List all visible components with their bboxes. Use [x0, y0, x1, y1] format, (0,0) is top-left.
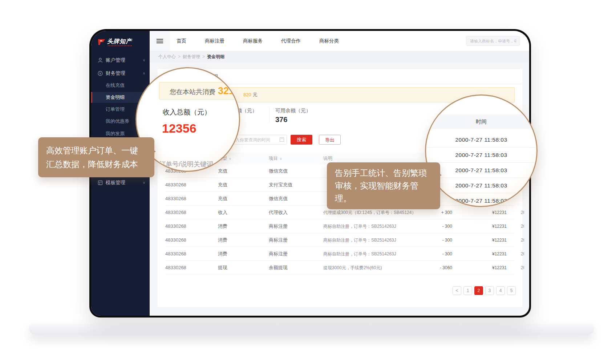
cell-order: 48330268	[165, 192, 186, 206]
nav-item-home[interactable]: 首页	[171, 38, 191, 44]
cell-desc: 提现3000元，手续费2%(60元)	[323, 261, 382, 275]
table-row[interactable]: 48330268 消费 商标注册 商标自助注册，订单号：SB2514263J -…	[165, 233, 515, 247]
breadcrumb-separator: >	[202, 54, 205, 59]
cell-amount: - 300	[420, 233, 452, 247]
cell-type: 充值	[218, 192, 227, 206]
page-button-2-active[interactable]: 2	[474, 286, 483, 295]
chevron-down-icon: ∨	[143, 55, 145, 65]
page-button-4[interactable]: 4	[496, 286, 505, 295]
cell-project: 商标注册	[269, 233, 288, 247]
cell-project: 代理收入	[269, 206, 288, 219]
magnified-time-row: 2000-7-27 11:58:03	[426, 132, 536, 147]
col-header-project[interactable]: 项目	[269, 153, 282, 165]
person-icon	[97, 57, 103, 63]
table-row[interactable]: 48330268 提现 余额提现 提现3000元，手续费2%(60元) - 30…	[165, 261, 515, 275]
table-row[interactable]: 48330268 消费 商标注册 商标自助注册，订单号：SB2514263J -…	[165, 247, 515, 261]
stat-divider	[269, 107, 270, 123]
cell-type: 消费	[218, 233, 227, 247]
cell-balance: ¥12231	[474, 247, 507, 261]
cell-amount: - 300	[420, 219, 452, 233]
hamburger-menu-icon[interactable]	[150, 31, 170, 51]
cell-project: 支付宝充值	[269, 178, 292, 192]
magnifier-time: 时间 2000-7-27 11:58:03 2000-7-27 11:58:03…	[425, 94, 538, 207]
sidebar-subitem-label: 在线充值	[106, 80, 125, 90]
page-button-3[interactable]: 3	[485, 286, 494, 295]
cell-type: 充值	[218, 164, 227, 178]
cell-order: 48330268	[165, 261, 186, 275]
main-nav: 首页 商标注册 商标服务 代理合作 商标分类	[171, 31, 344, 51]
finance-icon	[97, 70, 103, 76]
sidebar-item-online-recharge[interactable]: 在线充值	[91, 80, 150, 90]
template-icon	[97, 180, 103, 186]
page-button-1[interactable]: 1	[463, 286, 472, 295]
cell-project: 余额提现	[269, 261, 288, 275]
cell-desc: 商标自助注册，订单号：SB2514263J	[323, 219, 396, 233]
cell-project: 商标注册	[269, 219, 288, 233]
consumption-amount: 820	[243, 92, 251, 97]
sidebar-item-label: 模板管理	[106, 178, 125, 188]
callout-right-line3: 理。	[335, 192, 432, 205]
nav-item-trademark-register[interactable]: 商标注册	[200, 38, 230, 44]
breadcrumb-finance[interactable]: 财务管理	[183, 54, 200, 59]
cell-order: 48330268	[165, 206, 186, 219]
nav-item-trademark-category[interactable]: 商标分类	[314, 38, 344, 44]
callout-right-line2: 审核，实现智能财务管	[335, 179, 432, 192]
calendar-icon[interactable]	[280, 137, 284, 142]
cell-type: 消费	[218, 247, 227, 261]
consumption-banner-text: 820元	[243, 88, 258, 102]
cell-time: 2000-7-27 11:58:03	[521, 206, 524, 219]
sidebar-subitem-label: 我的优惠券	[106, 116, 129, 126]
callout-right-line1: 告别手工统计、告别繁琐	[335, 167, 432, 179]
magnified-time-row: 2000-7-27 11:58:03	[426, 147, 536, 163]
callout-left: 高效管理账户订单、一键 汇总数据，降低财务成本	[38, 137, 154, 177]
sidebar-subitem-label: 订单管理	[106, 104, 125, 114]
sidebar-item-account[interactable]: 账户管理 ∨	[91, 55, 150, 65]
consumption-unit: 元	[253, 92, 258, 97]
brand-tagline-dots	[108, 45, 132, 46]
sidebar-item-finance[interactable]: 财务管理 ∧	[91, 68, 150, 78]
cell-order: 48330268	[165, 178, 186, 192]
cell-order: 48330268	[165, 247, 186, 261]
global-search-input[interactable]	[466, 36, 520, 46]
table-row[interactable]: 48330268 消费 商标注册 商标自助注册，订单号：SB2514263J -…	[165, 219, 515, 233]
brand-logo[interactable]: 头牌知产	[97, 37, 144, 50]
sidebar-item-template[interactable]: 模板管理 ∨	[91, 178, 150, 188]
magnified-time-row: 2000-7-27 11:58:03	[426, 178, 536, 193]
callout-left-line2: 汇总数据，降低财务成本	[46, 157, 146, 171]
chevron-up-icon: ∧	[143, 68, 145, 78]
nav-item-agent-coop[interactable]: 代理合作	[276, 38, 306, 44]
cell-balance: ¥12231	[474, 219, 507, 233]
pagination: < 1 2 3 4 5	[453, 286, 516, 295]
cell-type: 提现	[218, 261, 227, 275]
breadcrumb-current: 资金明细	[207, 54, 224, 59]
magnified-order-col-header: 订单号/说明关键词	[159, 160, 213, 169]
export-button[interactable]: 导出	[319, 135, 341, 145]
breadcrumb-separator: >	[178, 54, 181, 59]
cell-project: 微信充值	[269, 164, 288, 178]
cell-desc: 商标自助注册，订单号：SB2514263J	[323, 233, 396, 247]
cell-type: 充值	[218, 178, 227, 192]
cell-balance: ¥12231	[474, 233, 507, 247]
callout-left-line1: 高效管理账户订单、一键	[46, 143, 146, 157]
magnified-banner-prefix: 您在本站共消费	[170, 88, 215, 96]
sidebar-subitem-label: 资金明细	[106, 92, 125, 103]
callout-right: 告别手工统计、告别繁琐 审核，实现智能财务管 理。	[327, 162, 440, 209]
page-button-5[interactable]: 5	[507, 286, 516, 295]
cell-project: 微信充值	[269, 192, 288, 206]
top-navbar: 首页 商标注册 商标服务 代理合作 商标分类	[150, 31, 529, 51]
breadcrumb-personal-center[interactable]: 个人中心	[158, 54, 176, 59]
search-button[interactable]: 搜索	[291, 135, 312, 145]
cell-balance: ¥12231	[474, 206, 507, 219]
cell-amount: - 300	[420, 247, 452, 261]
nav-item-trademark-service[interactable]: 商标服务	[238, 38, 268, 44]
magnified-time-header: 时间	[426, 114, 536, 129]
cell-time: 2000-7-27 11:58:03	[521, 219, 524, 233]
cell-project: 商标注册	[269, 247, 288, 261]
cell-balance: ¥12231	[474, 261, 507, 275]
brand-name: 头牌知产	[107, 38, 132, 45]
magnified-income-label: 收入总额（元）	[163, 108, 211, 117]
cell-type: 收入	[218, 206, 227, 219]
cell-time: 2000-7-27 11:58:03	[521, 247, 524, 261]
breadcrumb: 个人中心>财务管理>资金明细	[150, 51, 529, 63]
page-prev-button[interactable]: <	[453, 286, 461, 295]
